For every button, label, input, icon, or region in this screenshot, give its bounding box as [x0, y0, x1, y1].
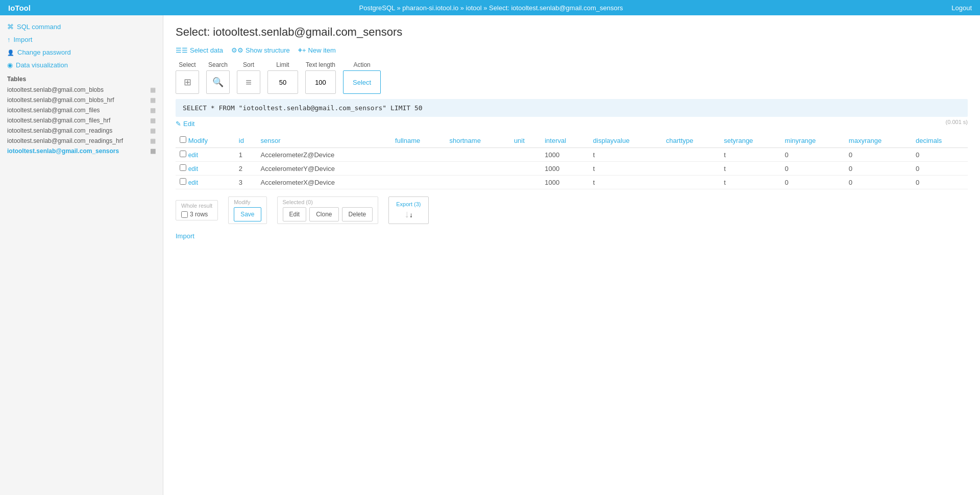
- show-structure-link[interactable]: ⚙ Show structure: [231, 46, 290, 54]
- table-icon: ▦: [150, 86, 156, 93]
- table-label: iotooltest.senlab@gmail.com_sensors: [7, 147, 119, 155]
- cell-setyrange: t: [720, 176, 780, 189]
- sidebar-table-sensors[interactable]: iotooltest.senlab@gmail.com_sensors▦: [0, 146, 163, 156]
- sidebar-table-blobs-hrf[interactable]: iotooltest.senlab@gmail.com_blobs_hrf▦: [0, 95, 163, 105]
- search-control: Search 🔍: [206, 61, 230, 94]
- cell-sensor: AccelerometerX@Device: [256, 176, 391, 189]
- sidebar-table-blobs[interactable]: iotooltest.senlab@gmail.com_blobs▦: [0, 85, 163, 95]
- cell-fullname: [391, 176, 445, 189]
- row-edit-link[interactable]: edit: [188, 165, 198, 172]
- select-all-checkbox[interactable]: [180, 136, 186, 143]
- show-structure-icon: ⚙: [231, 46, 243, 54]
- sidebar-table-readings-hrf[interactable]: iotooltest.senlab@gmail.com_readings_hrf…: [0, 136, 163, 146]
- table-icon: ▦: [150, 127, 156, 134]
- row-edit-link[interactable]: edit: [188, 179, 198, 186]
- col-header-modify[interactable]: Modify: [176, 133, 235, 148]
- download-icon: ↓: [404, 208, 413, 220]
- table-label: iotooltest.senlab@gmail.com_blobs: [7, 86, 104, 93]
- row-check-cell: edit: [176, 148, 235, 162]
- table-icon: ▦: [150, 137, 156, 144]
- cell-shortname: [445, 176, 509, 189]
- table-label: iotooltest.senlab@gmail.com_blobs_hrf: [7, 96, 114, 104]
- select-button[interactable]: ⊞: [176, 70, 199, 94]
- table-label: iotooltest.senlab@gmail.com_files_hrf: [7, 117, 110, 124]
- whole-result-section: Whole result 3 rows: [176, 200, 218, 220]
- sidebar-item-import[interactable]: Import: [0, 33, 163, 46]
- cell-charttype: [662, 162, 720, 176]
- col-header-setyrange: setyrange: [720, 133, 780, 148]
- col-header-sensor: sensor: [256, 133, 391, 148]
- sort-icon: ≡: [246, 77, 252, 88]
- action-control: Action Select: [343, 61, 381, 94]
- cell-maxyrange: 0: [845, 162, 912, 176]
- row-check-cell: edit: [176, 162, 235, 176]
- selected-section: Selected (0) Edit Clone Delete: [277, 196, 379, 224]
- select-control: Select ⊞: [176, 61, 199, 94]
- cell-unit: [510, 162, 541, 176]
- cell-minyrange: 0: [781, 162, 845, 176]
- cell-minyrange: 0: [781, 176, 845, 189]
- logout-button[interactable]: Logout: [951, 4, 972, 12]
- sort-button[interactable]: ≡: [237, 70, 260, 94]
- clone-button[interactable]: Clone: [309, 207, 338, 221]
- whole-result-checkbox[interactable]: [181, 211, 188, 218]
- sidebar-import-label: Import: [14, 36, 33, 43]
- text-length-input[interactable]: [305, 70, 336, 94]
- cell-setyrange: t: [720, 148, 780, 162]
- cell-decimals: 0: [912, 176, 968, 189]
- delete-button[interactable]: Delete: [342, 207, 373, 221]
- edit-selected-button[interactable]: Edit: [283, 207, 307, 221]
- action-row: ☰ Select data ⚙ Show structure + New ite…: [176, 46, 968, 54]
- cell-unit: [510, 176, 541, 189]
- import-icon: [7, 36, 11, 43]
- table-row: edit2AccelerometerY@Device1000tt000: [176, 162, 968, 176]
- table-icon: ▦: [150, 147, 156, 155]
- sidebar-table-files[interactable]: iotooltest.senlab@gmail.com_files▦: [0, 105, 163, 115]
- export-button[interactable]: Export (3) ↓: [388, 196, 428, 224]
- save-button[interactable]: Save: [234, 207, 261, 221]
- row-checkbox[interactable]: [180, 164, 186, 171]
- cell-fullname: [391, 162, 445, 176]
- data-table: Modifyidsensorfullnameshortnameunitinter…: [176, 133, 968, 189]
- cell-decimals: 0: [912, 148, 968, 162]
- search-button[interactable]: 🔍: [206, 70, 230, 94]
- import-link[interactable]: Import: [176, 232, 968, 240]
- cell-charttype: [662, 148, 720, 162]
- limit-input[interactable]: [267, 70, 298, 94]
- action-select-button[interactable]: Select: [343, 70, 381, 94]
- sidebar-sql-label: SQL command: [17, 23, 61, 31]
- cell-sensor: AccelerometerZ@Device: [256, 148, 391, 162]
- new-item-link[interactable]: + New item: [298, 46, 336, 54]
- cell-displayvalue: t: [589, 148, 662, 162]
- sidebar-item-data-visualization[interactable]: Data visualization: [0, 59, 163, 71]
- col-header-shortname: shortname: [445, 133, 509, 148]
- select-data-link[interactable]: ☰ Select data: [176, 46, 223, 54]
- app-title: IoTool: [8, 4, 31, 12]
- table-icon: ▦: [150, 96, 156, 104]
- selected-title: Selected (0): [283, 199, 373, 205]
- table-label: iotooltest.senlab@gmail.com_readings: [7, 127, 112, 134]
- sidebar-table-readings[interactable]: iotooltest.senlab@gmail.com_readings▦: [0, 126, 163, 136]
- edit-sql-link[interactable]: ✎ Edit: [176, 120, 194, 128]
- cell-fullname: [391, 148, 445, 162]
- sort-control: Sort ≡: [237, 61, 260, 94]
- select-data-label: Select data: [190, 46, 223, 54]
- cell-maxyrange: 0: [845, 176, 912, 189]
- text-length-label: Text length: [306, 61, 335, 68]
- new-item-label: New item: [308, 46, 336, 54]
- row-checkbox[interactable]: [180, 151, 186, 157]
- cell-displayvalue: t: [589, 162, 662, 176]
- row-edit-link[interactable]: edit: [188, 152, 198, 159]
- limit-label: Limit: [276, 61, 289, 68]
- row-checkbox[interactable]: [180, 178, 186, 185]
- sidebar-item-change-password[interactable]: Change password: [0, 46, 163, 59]
- col-header-displayvalue: displayvalue: [589, 133, 662, 148]
- row-check-cell: edit: [176, 176, 235, 189]
- select-data-icon: ☰: [176, 46, 188, 54]
- edit-icon: ✎: [176, 120, 181, 128]
- col-header-unit: unit: [510, 133, 541, 148]
- col-header-interval: interval: [541, 133, 589, 148]
- sql-box: SELECT * FROM "iotooltest.senlab@gmail.c…: [176, 99, 968, 117]
- sidebar-item-sql-command[interactable]: SQL command: [0, 20, 163, 33]
- sidebar-table-files-hrf[interactable]: iotooltest.senlab@gmail.com_files_hrf▦: [0, 115, 163, 126]
